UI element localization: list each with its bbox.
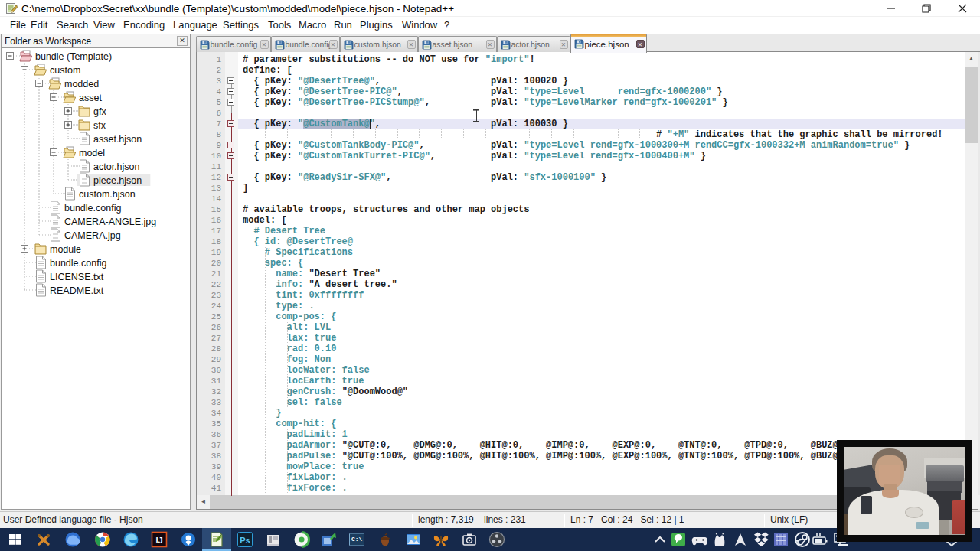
svg-text:gfx: gfx [93,106,106,117]
svg-text:bundle.config: bundle.config [50,258,106,269]
svg-text:custom.hjson: custom.hjson [79,189,136,200]
svg-text:CAMERA.jpg: CAMERA.jpg [64,230,121,241]
svg-text:asset.hjson: asset.hjson [93,134,142,145]
svg-text:bundle.config: bundle.config [64,203,121,214]
svg-text:LICENSE.txt: LICENSE.txt [50,272,104,282]
svg-text:C:\: C:\ [351,536,363,543]
svg-text:Ps: Ps [240,536,250,545]
svg-text:CAMERA-ANGLE.jpg: CAMERA-ANGLE.jpg [64,217,156,227]
svg-text:README.txt: README.txt [50,285,104,296]
svg-text:actor.hjson: actor.hjson [93,161,140,172]
svg-text:IJ: IJ [155,536,162,545]
svg-text:model: model [79,148,105,158]
svg-text:bundle (Template): bundle (Template) [35,51,112,62]
svg-text:modded: modded [64,79,99,90]
svg-text:custom: custom [50,65,80,76]
svg-text:asset: asset [79,93,102,103]
svg-text:sfx: sfx [93,120,106,131]
svg-text:piece.hjson: piece.hjson [93,175,142,186]
svg-text:module: module [50,244,81,255]
